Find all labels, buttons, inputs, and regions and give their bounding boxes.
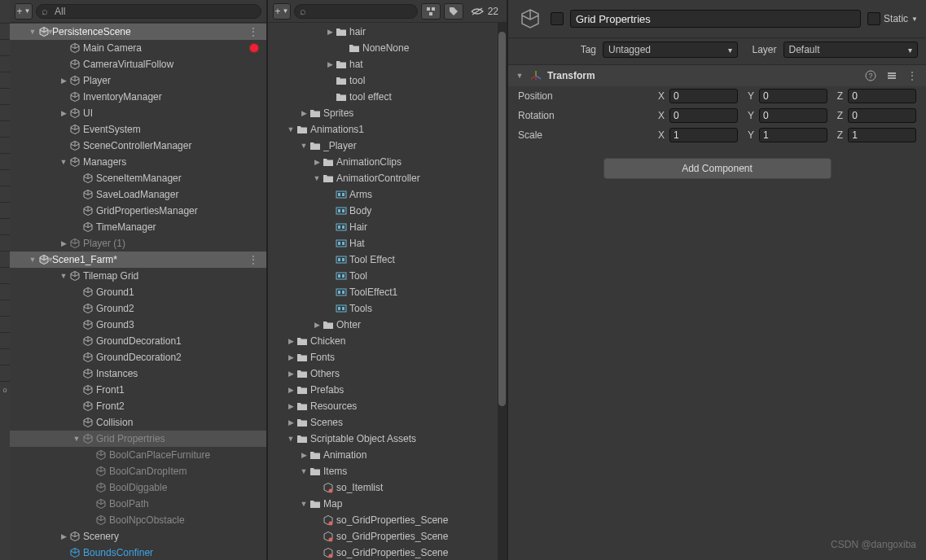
hierarchy-item[interactable]: Front1 bbox=[10, 382, 266, 398]
hierarchy-item[interactable]: Scenery bbox=[10, 528, 266, 545]
foldout-arrow[interactable] bbox=[286, 418, 296, 427]
foldout-arrow[interactable] bbox=[312, 321, 322, 329]
hierarchy-item[interactable]: BoolPath bbox=[10, 496, 266, 512]
scale-z-input[interactable]: 1 bbox=[848, 128, 916, 142]
filter-type-button[interactable] bbox=[421, 3, 441, 20]
foldout-arrow[interactable] bbox=[312, 174, 322, 182]
hierarchy-add-button[interactable]: + ▼ bbox=[15, 3, 33, 20]
project-item[interactable]: tool bbox=[268, 72, 498, 89]
foldout-arrow[interactable] bbox=[59, 77, 68, 85]
project-item[interactable]: Scenes bbox=[268, 414, 498, 431]
scale-x-input[interactable]: 1 bbox=[669, 128, 738, 142]
tag-dropdown[interactable]: Untagged bbox=[603, 42, 738, 58]
project-item[interactable]: Scriptable Object Assets bbox=[268, 431, 498, 447]
hierarchy-item[interactable]: Ground2 bbox=[10, 300, 266, 317]
foldout-arrow[interactable] bbox=[59, 109, 68, 117]
hierarchy-item[interactable]: CameraVirtualFollow bbox=[10, 56, 266, 72]
project-item[interactable]: Tool bbox=[268, 268, 498, 284]
foldout-arrow[interactable] bbox=[59, 532, 68, 540]
project-item[interactable]: Map bbox=[268, 496, 498, 512]
project-scrollbar[interactable] bbox=[498, 23, 507, 560]
project-item[interactable]: hat bbox=[268, 56, 498, 72]
project-item[interactable]: AnimationClips bbox=[268, 154, 498, 170]
component-foldout[interactable] bbox=[515, 72, 524, 80]
foldout-arrow[interactable] bbox=[59, 158, 68, 166]
hierarchy-item[interactable]: GroundDecoration1 bbox=[10, 333, 266, 349]
gameobject-name-field[interactable]: Grid Propertries bbox=[570, 10, 861, 28]
foldout-arrow[interactable] bbox=[312, 158, 322, 166]
project-item[interactable]: tool effect bbox=[268, 89, 498, 105]
project-item[interactable]: Resources bbox=[268, 398, 498, 414]
hierarchy-item[interactable]: SceneItemManager bbox=[10, 170, 266, 186]
layer-dropdown[interactable]: Default bbox=[783, 42, 919, 58]
add-component-button[interactable]: Add Component bbox=[603, 158, 832, 179]
preset-button[interactable] bbox=[884, 68, 900, 83]
rotation-z-input[interactable]: 0 bbox=[848, 108, 916, 123]
project-item[interactable]: Animations1 bbox=[268, 121, 498, 138]
hierarchy-item[interactable]: Instances bbox=[10, 365, 266, 382]
project-item[interactable]: Arms bbox=[268, 186, 498, 203]
foldout-arrow[interactable] bbox=[299, 467, 309, 475]
static-dropdown[interactable]: ▼ bbox=[911, 15, 918, 23]
hierarchy-item[interactable]: SceneControllerManager bbox=[10, 138, 266, 154]
hierarchy-item[interactable]: Ground3 bbox=[10, 317, 266, 333]
hierarchy-item[interactable]: Player bbox=[10, 72, 266, 89]
foldout-arrow[interactable] bbox=[59, 239, 68, 247]
project-item[interactable]: Fonts bbox=[268, 349, 498, 365]
hierarchy-item[interactable]: Tilemap Grid bbox=[10, 268, 266, 284]
hierarchy-item[interactable]: BoolNpcObstacle bbox=[10, 512, 266, 528]
foldout-arrow[interactable] bbox=[286, 337, 296, 345]
hierarchy-item[interactable]: Collision bbox=[10, 414, 266, 431]
project-item[interactable]: so_GridProperties_Scene bbox=[268, 545, 498, 560]
project-item[interactable]: Tools bbox=[268, 300, 498, 317]
foldout-arrow[interactable] bbox=[299, 451, 309, 459]
hierarchy-item[interactable]: TimeManager bbox=[10, 219, 266, 235]
hierarchy-search[interactable]: All bbox=[36, 4, 261, 19]
scale-y-input[interactable]: 1 bbox=[759, 128, 827, 142]
project-item[interactable]: Body bbox=[268, 203, 498, 219]
project-item[interactable]: _Player bbox=[268, 138, 498, 154]
project-item[interactable]: Hat bbox=[268, 235, 498, 252]
gameobject-icon-large[interactable] bbox=[516, 5, 544, 33]
scene-row[interactable]: PersistenceScene⋮ bbox=[10, 24, 266, 40]
project-add-button[interactable]: + ▼ bbox=[273, 3, 291, 20]
help-button[interactable]: ? bbox=[862, 68, 879, 83]
position-z-input[interactable]: 0 bbox=[848, 89, 916, 103]
rotation-y-input[interactable]: 0 bbox=[759, 108, 827, 123]
hierarchy-item[interactable]: Grid Propertries bbox=[10, 431, 266, 447]
project-item[interactable]: Animation bbox=[268, 447, 498, 463]
hierarchy-item[interactable]: InventoryManager bbox=[10, 89, 266, 105]
position-y-input[interactable]: 0 bbox=[759, 89, 827, 103]
foldout-arrow[interactable] bbox=[286, 353, 296, 361]
component-menu[interactable]: ⋮ bbox=[905, 68, 919, 83]
foldout-arrow[interactable] bbox=[286, 370, 296, 378]
enabled-checkbox[interactable] bbox=[551, 12, 564, 25]
filter-label-button[interactable] bbox=[444, 3, 463, 20]
project-search[interactable] bbox=[294, 4, 418, 19]
project-item[interactable]: AnimatiorController bbox=[268, 170, 498, 186]
static-checkbox[interactable] bbox=[867, 12, 880, 25]
scene-menu[interactable]: ⋮ bbox=[245, 254, 261, 265]
project-item[interactable]: so_GridProperties_Scene bbox=[268, 512, 498, 528]
scene-menu[interactable]: ⋮ bbox=[245, 26, 261, 37]
foldout-arrow[interactable] bbox=[325, 60, 335, 68]
scene-row[interactable]: Scene1_Farm*⋮ bbox=[10, 252, 266, 268]
hierarchy-item[interactable]: EventSystem bbox=[10, 121, 266, 138]
hierarchy-item[interactable]: Player (1) bbox=[10, 235, 266, 252]
project-item[interactable]: Ohter bbox=[268, 317, 498, 333]
project-item[interactable]: Hair bbox=[268, 219, 498, 235]
project-item[interactable]: Others bbox=[268, 365, 498, 382]
project-item[interactable]: Prefabs bbox=[268, 382, 498, 398]
hierarchy-item[interactable]: SaveLoadManager bbox=[10, 186, 266, 203]
project-item[interactable]: Tool Effect bbox=[268, 252, 498, 268]
hierarchy-item[interactable]: BoolCanDropItem bbox=[10, 463, 266, 479]
hierarchy-item[interactable]: Managers bbox=[10, 154, 266, 170]
hierarchy-item[interactable]: Front2 bbox=[10, 398, 266, 414]
hierarchy-item[interactable]: BoolDiggable bbox=[10, 479, 266, 496]
hierarchy-item[interactable]: GroundDecoration2 bbox=[10, 349, 266, 365]
project-item[interactable]: NoneNone bbox=[268, 40, 498, 56]
hierarchy-item[interactable]: BoundsConfiner bbox=[10, 545, 266, 560]
foldout-arrow[interactable] bbox=[299, 142, 309, 150]
foldout-arrow[interactable] bbox=[286, 435, 296, 443]
project-item[interactable]: ToolEffect1 bbox=[268, 284, 498, 300]
